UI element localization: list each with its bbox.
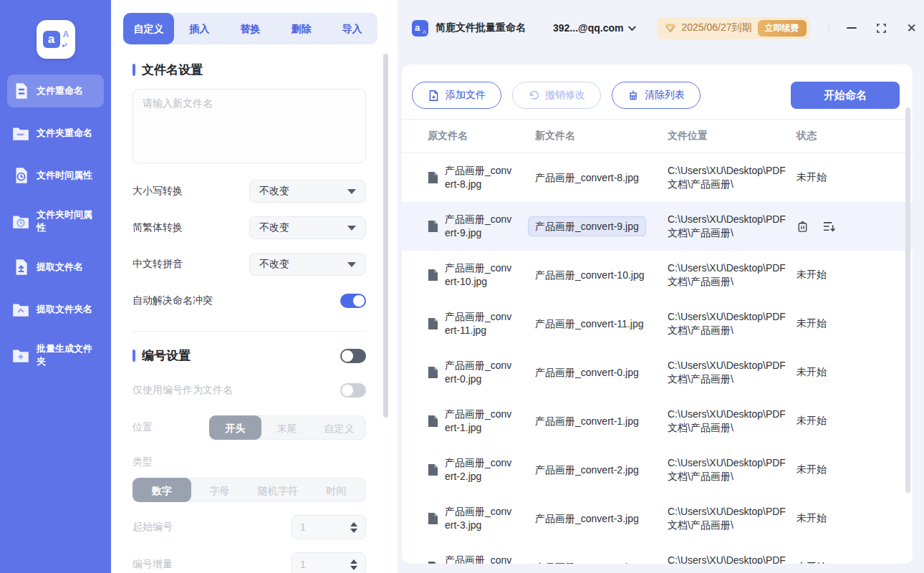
new-name-text: 产品画册_convert-0.jpg — [535, 367, 639, 378]
chevron-down-icon — [628, 23, 636, 31]
header-location: 文件位置 — [668, 130, 797, 143]
sidebar-nav: 文件重命名文件夹重命名文件时间属性文件夹时间属性提取文件名提取文件夹名批量生成文… — [0, 74, 111, 375]
spinner-down-icon[interactable] — [350, 529, 357, 533]
type-option[interactable]: 随机字符 — [249, 478, 307, 501]
type-segmented-control: 数字字母随机字符时间 — [133, 478, 366, 502]
convert-select[interactable]: 不改变 — [249, 216, 366, 239]
cell-new-name[interactable]: 产品画册_convert-10.jpg — [535, 269, 668, 282]
table-row[interactable]: 产品画册_convert-4.jpg产品画册_convert-4.jpgC:\U… — [402, 543, 913, 564]
number-spinner[interactable]: 1 — [292, 552, 366, 573]
location-text: C:\Users\XU\Desktop\PDF 文档\产品画册\ — [668, 457, 786, 482]
sidebar-item-7[interactable]: 批量生成文件夹 — [7, 335, 104, 375]
select-value: 不改变 — [259, 221, 289, 234]
cell-new-name[interactable]: 产品画册_convert-8.jpg — [535, 171, 668, 185]
tab-2[interactable]: 插入 — [174, 13, 225, 44]
old-name-text: 产品画册_convert-1.jpg — [445, 408, 514, 435]
spinner-up-icon[interactable] — [350, 559, 357, 564]
renew-button[interactable]: 立即续费 — [758, 20, 807, 37]
cell-new-name[interactable]: 产品画册_convert-11.jpg — [535, 317, 668, 331]
new-name-text: 产品画册_convert-4.jpg — [535, 562, 639, 564]
spinner-up-icon[interactable] — [350, 522, 357, 526]
sidebar-item-6[interactable]: 提取文件夹名 — [7, 293, 104, 326]
insert-list-icon[interactable] — [822, 221, 836, 233]
convert-select[interactable]: 不改变 — [249, 253, 366, 276]
app-mini-logo-icon: aA — [412, 20, 428, 37]
cell-old-name: 产品画册_convert-8.jpg — [402, 164, 535, 191]
cell-status: 未开始 — [797, 512, 913, 525]
cell-location: C:\Users\XU\Desktop\PDF 文档\产品画册\ — [668, 359, 797, 386]
accent-bar — [133, 350, 135, 362]
cell-new-name[interactable]: 产品画册_convert-3.jpg — [535, 512, 668, 526]
cell-location: C:\Users\XU\Desktop\PDF 文档\产品画册\ — [668, 310, 797, 337]
sidebar-item-1[interactable]: 文件重命名 — [7, 74, 104, 107]
maximize-icon[interactable] — [875, 21, 888, 34]
type-option[interactable]: 时间 — [307, 478, 366, 501]
spinner-down-icon[interactable] — [350, 566, 357, 570]
filename-settings-heading: 文件名设置 — [133, 62, 366, 78]
sidebar-item-2[interactable]: 文件夹重命名 — [7, 117, 104, 150]
only-number-toggle[interactable] — [340, 383, 366, 398]
sidebar-item-label: 文件重命名 — [37, 85, 83, 97]
file-list-scrollbar[interactable] — [905, 107, 910, 493]
old-name-text: 产品画册_convert-11.jpg — [445, 310, 514, 337]
delete-icon[interactable] — [797, 220, 809, 233]
start-rename-button[interactable]: 开始命名 — [791, 82, 900, 109]
status-text: 未开始 — [797, 512, 827, 524]
location-text: C:\Users\XU\Desktop\PDF 文档\产品画册\ — [668, 360, 786, 385]
table-row[interactable]: 产品画册_convert-9.jpg产品画册_convert-9.jpgC:\U… — [402, 202, 913, 251]
conflict-toggle[interactable] — [340, 294, 366, 308]
extract-filename-icon — [11, 258, 30, 276]
old-name-text: 产品画册_convert-8.jpg — [445, 164, 514, 191]
table-row[interactable]: 产品画册_convert-1.jpg产品画册_convert-1.jpgC:\U… — [402, 397, 913, 446]
new-name-text: 产品画册_convert-8.jpg — [535, 172, 639, 183]
add-files-button[interactable]: 添加文件 — [412, 82, 501, 109]
position-option[interactable]: 末尾 — [261, 416, 313, 439]
position-option[interactable]: 自定义 — [313, 416, 365, 439]
sidebar-item-3[interactable]: 文件时间属性 — [7, 159, 104, 192]
cell-new-name[interactable]: 产品画册_convert-1.jpg — [535, 415, 668, 428]
table-row[interactable]: 产品画册_convert-8.jpg产品画册_convert-8.jpgC:\U… — [402, 153, 913, 202]
cell-new-name[interactable]: 产品画册_convert-0.jpg — [535, 366, 668, 380]
tab-4[interactable]: 删除 — [276, 13, 327, 44]
table-row[interactable]: 产品画册_convert-11.jpg产品画册_convert-11.jpgC:… — [402, 299, 913, 348]
clear-list-button[interactable]: 清除列表 — [612, 82, 701, 109]
tab-3[interactable]: 替换 — [225, 13, 276, 44]
minimize-icon[interactable] — [845, 21, 858, 34]
cell-new-name[interactable]: 产品画册_convert-4.jpg — [535, 561, 668, 564]
tab-1[interactable]: 自定义 — [123, 13, 174, 44]
close-icon[interactable]: ✕ — [905, 21, 918, 34]
table-header: 原文件名 新文件名 文件位置 状态 — [402, 119, 913, 153]
table-row[interactable]: 产品画册_convert-0.jpg产品画册_convert-0.jpgC:\U… — [402, 348, 913, 397]
status-text: 未开始 — [797, 561, 827, 564]
cell-new-name[interactable]: 产品画册_convert-9.jpg — [535, 220, 668, 233]
type-option[interactable]: 字母 — [191, 478, 249, 501]
position-option[interactable]: 开头 — [209, 415, 261, 440]
undo-button[interactable]: 撤销修改 — [512, 82, 601, 109]
convert-row-2: 简繁体转换不改变 — [133, 216, 366, 239]
numbering-toggle[interactable] — [340, 349, 366, 363]
table-row[interactable]: 产品画册_convert-10.jpg产品画册_convert-10.jpgC:… — [402, 251, 913, 299]
settings-scrollbar[interactable] — [383, 54, 388, 418]
file-time-icon — [11, 166, 30, 185]
license-expiry: 2025/06/27到期 — [681, 21, 751, 34]
convert-select[interactable]: 不改变 — [249, 180, 366, 203]
location-text: C:\Users\XU\Desktop\PDF 文档\产品画册\ — [668, 506, 786, 531]
table-row[interactable]: 产品画册_convert-3.jpg产品画册_convert-3.jpgC:\U… — [402, 494, 913, 543]
spinner-arrows[interactable] — [350, 559, 357, 570]
app-title: 简鹿文件批量重命名 — [435, 21, 526, 34]
row-actions — [797, 220, 913, 233]
file-icon — [428, 171, 438, 184]
number-spinner[interactable]: 1 — [292, 515, 366, 539]
new-filename-input[interactable] — [133, 89, 366, 163]
tab-5[interactable]: 导入 — [327, 13, 377, 44]
cell-location: C:\Users\XU\Desktop\PDF 文档\产品画册\ — [668, 408, 797, 435]
cell-new-name[interactable]: 产品画册_convert-2.jpg — [535, 463, 668, 477]
spinner-arrows[interactable] — [350, 522, 357, 533]
sidebar-item-4[interactable]: 文件夹时间属性 — [7, 201, 104, 241]
sidebar-item-5[interactable]: 提取文件名 — [7, 251, 104, 284]
type-option[interactable]: 数字 — [133, 478, 191, 502]
titlebar-divider — [829, 22, 829, 34]
account-menu[interactable]: 392...@qq.com — [553, 22, 634, 34]
table-row[interactable]: 产品画册_convert-2.jpg产品画册_convert-2.jpgC:\U… — [402, 446, 913, 494]
convert-label: 大小写转换 — [133, 185, 183, 198]
